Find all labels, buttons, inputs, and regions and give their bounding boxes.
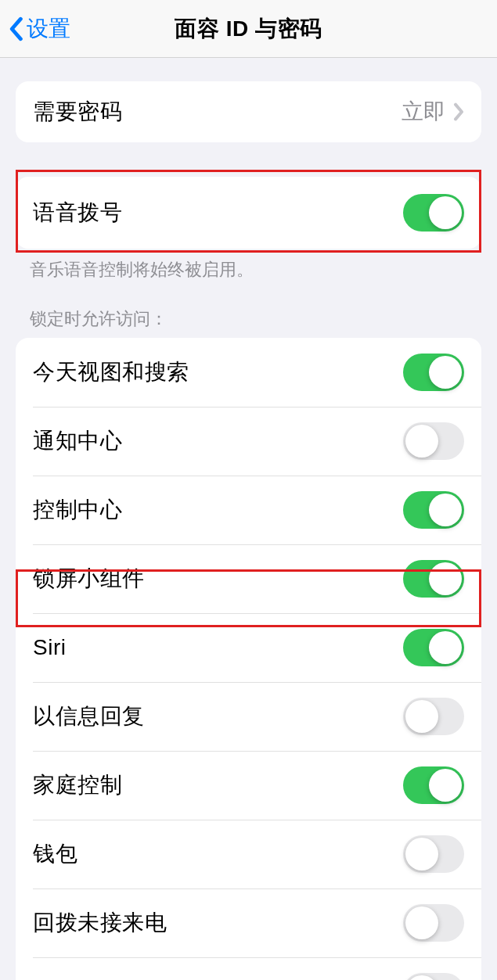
chevron-right-icon [453,102,464,121]
lock-access-toggle[interactable] [403,629,464,666]
lock-access-row: 今天视图和搜索 [16,338,481,407]
toggle-knob [429,562,462,595]
lock-access-toggle[interactable] [403,698,464,735]
lock-access-label: 家庭控制 [33,770,122,800]
chevron-left-icon [8,16,23,41]
lock-access-label: Siri [33,635,66,660]
toggle-knob [429,631,462,664]
lock-access-label: 锁屏小组件 [33,564,145,594]
nav-bar: 设置 面容 ID 与密码 [0,0,497,58]
lock-access-toggle[interactable] [403,835,464,873]
lock-access-row: USB 配件 [16,957,481,980]
lock-access-toggle[interactable] [403,766,464,804]
toggle-knob [405,425,438,458]
require-passcode-row[interactable]: 需要密码 立即 [16,81,481,142]
toggle-knob [429,356,462,389]
row-right: 立即 [402,97,464,127]
lock-access-toggle[interactable] [403,560,464,598]
page-title: 面容 ID 与密码 [175,14,322,44]
voice-dial-row: 语音拨号 [16,177,481,249]
content: 需要密码 立即 语音拨号 音乐语音控制将始终被启用。 锁定时允许访问： 今天视图… [0,81,497,980]
lock-access-row: 锁屏小组件 [16,544,481,613]
lock-access-toggle[interactable] [403,904,464,942]
voice-dial-footer: 音乐语音控制将始终被启用。 [0,249,497,282]
require-passcode-value: 立即 [402,97,445,127]
voice-dial-toggle[interactable] [403,194,464,232]
back-button[interactable]: 设置 [8,14,70,44]
lock-access-label: 以信息回复 [33,702,145,731]
toggle-knob [405,700,438,733]
toggle-knob [429,196,462,229]
voice-dial-group: 语音拨号 [16,177,481,249]
lock-access-label: 控制中心 [33,495,122,525]
voice-dial-label: 语音拨号 [33,198,122,228]
require-passcode-group: 需要密码 立即 [16,81,481,142]
lock-access-label: 回拨未接来电 [33,908,167,938]
lock-access-label: 钱包 [33,839,77,869]
lock-access-row: 控制中心 [16,476,481,544]
lock-access-row: 通知中心 [16,407,481,476]
lock-access-toggle[interactable] [403,422,464,460]
toggle-knob [405,838,438,871]
lock-access-header: 锁定时允许访问： [0,307,497,338]
lock-access-row: 回拨未接来电 [16,888,481,957]
lock-access-toggle[interactable] [403,491,464,529]
toggle-knob [429,494,462,526]
lock-access-toggle[interactable] [403,973,464,980]
toggle-knob [405,906,438,939]
lock-access-row: Siri [16,613,481,682]
lock-access-toggle[interactable] [403,354,464,391]
lock-access-group: 今天视图和搜索通知中心控制中心锁屏小组件Siri以信息回复家庭控制钱包回拨未接来… [16,338,481,980]
toggle-knob [405,975,438,980]
lock-access-row: 家庭控制 [16,751,481,820]
lock-access-label: 今天视图和搜索 [33,357,189,387]
require-passcode-label: 需要密码 [33,97,122,127]
lock-access-label: 通知中心 [33,426,122,456]
lock-access-row: 钱包 [16,820,481,888]
lock-access-row: 以信息回复 [16,682,481,751]
back-label: 设置 [27,14,70,44]
toggle-knob [429,769,462,802]
lock-access-label: USB 配件 [33,977,130,980]
